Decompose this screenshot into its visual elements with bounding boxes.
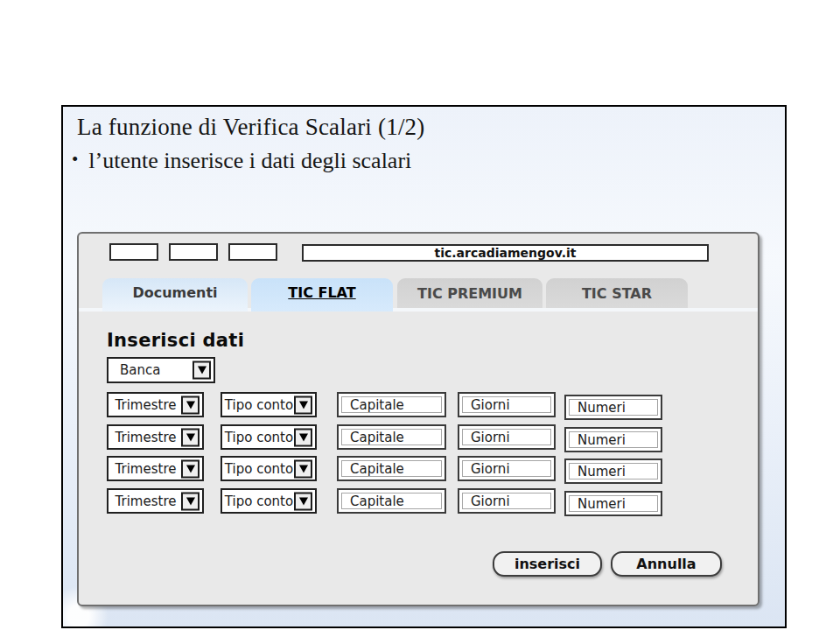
tipo-conto-dropdown-4[interactable]: Tipo conto — [220, 488, 317, 514]
inserisci-button[interactable]: inserisci — [493, 551, 602, 577]
numeri-field-2[interactable]: Numeri — [564, 427, 662, 452]
capitale-field-1[interactable]: Capitale — [337, 392, 446, 417]
tipo-conto-dropdown-3[interactable]: Tipo conto — [220, 456, 317, 481]
banca-dropdown[interactable]: Banca — [107, 357, 215, 383]
giorni-field-4[interactable]: Giorni — [458, 488, 556, 514]
bullet-icon: • — [72, 149, 78, 171]
address-bar[interactable]: tic.arcadiamengov.it — [302, 244, 709, 262]
tab-tic-premium[interactable]: TIC PREMIUM — [397, 278, 542, 308]
dropdown-arrow-icon[interactable] — [294, 428, 312, 446]
tab-tic-star[interactable]: TIC STAR — [546, 278, 688, 308]
dropdown-arrow-icon[interactable] — [294, 459, 312, 478]
slide-bullet-line: • l’utente inserisce i dati degli scalar… — [72, 148, 411, 174]
slide-bullet-text: l’utente inserisce i dati degli scalari — [88, 148, 411, 174]
browser-toolbar-box-2[interactable] — [169, 243, 218, 261]
slide-title: La funzione di Verifica Scalari (1/2) — [77, 114, 425, 141]
dropdown-arrow-icon[interactable] — [294, 492, 312, 510]
tab-documenti[interactable]: Documenti — [102, 278, 248, 312]
browser-toolbar-box-3[interactable] — [228, 243, 277, 261]
browser-mockup-window: tic.arcadiamengov.it Documenti TIC FLAT … — [77, 232, 760, 606]
dropdown-arrow-icon[interactable] — [181, 396, 200, 414]
dropdown-arrow-icon[interactable] — [192, 361, 211, 380]
browser-toolbar-box-1[interactable] — [109, 243, 158, 261]
dropdown-arrow-icon[interactable] — [181, 492, 200, 510]
giorni-field-2[interactable]: Giorni — [458, 424, 556, 450]
tipo-conto-dropdown-1[interactable]: Tipo conto — [220, 392, 317, 417]
numeri-field-3[interactable]: Numeri — [564, 458, 662, 484]
dropdown-arrow-icon[interactable] — [181, 459, 200, 478]
presentation-slide: La funzione di Verifica Scalari (1/2) • … — [61, 105, 787, 628]
giorni-field-1[interactable]: Giorni — [458, 392, 556, 417]
trimestre-dropdown-3[interactable]: Trimestre — [107, 456, 204, 481]
dropdown-arrow-icon[interactable] — [181, 428, 200, 446]
tab-tic-flat[interactable]: TIC FLAT — [251, 278, 393, 312]
dropdown-arrow-icon[interactable] — [294, 396, 312, 414]
numeri-field-4[interactable]: Numeri — [564, 491, 662, 516]
tipo-conto-dropdown-2[interactable]: Tipo conto — [220, 424, 317, 450]
capitale-field-3[interactable]: Capitale — [337, 456, 446, 481]
capitale-field-4[interactable]: Capitale — [337, 488, 446, 514]
capitale-field-2[interactable]: Capitale — [337, 424, 446, 450]
giorni-field-3[interactable]: Giorni — [458, 456, 556, 481]
trimestre-dropdown-2[interactable]: Trimestre — [107, 424, 204, 450]
numeri-field-1[interactable]: Numeri — [564, 395, 662, 420]
trimestre-dropdown-4[interactable]: Trimestre — [107, 488, 204, 514]
form-heading: Inserisci dati — [107, 330, 244, 351]
trimestre-dropdown-1[interactable]: Trimestre — [107, 392, 204, 417]
annulla-button[interactable]: Annulla — [611, 551, 722, 577]
